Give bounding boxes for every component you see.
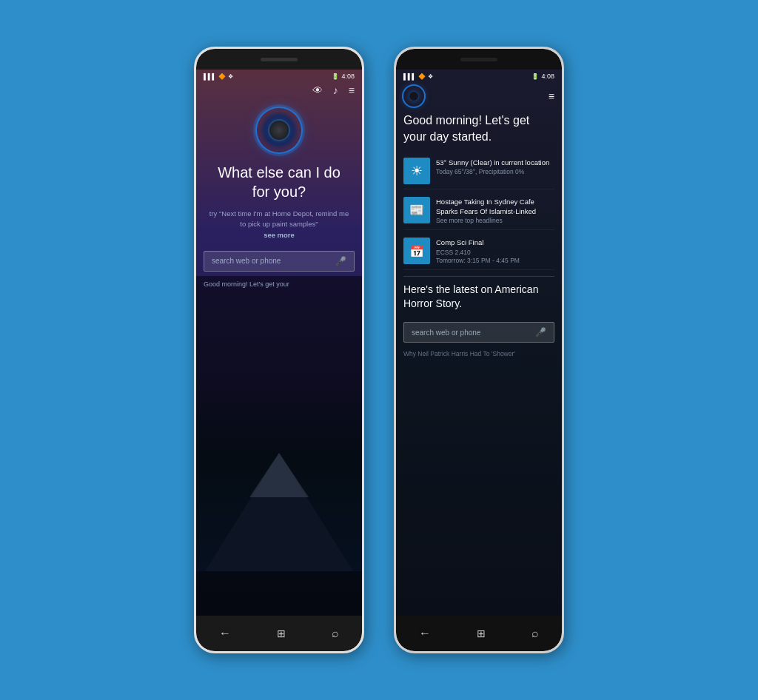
battery-icon-2: 🔋 [531, 73, 539, 80]
weather-title: 53° Sunny (Clear) in current location [436, 158, 554, 167]
cortana-ring-area-1[interactable] [196, 101, 362, 157]
phone-bottom-nav-2: ← ⊞ ⌕ [396, 616, 562, 651]
info-card-weather[interactable]: ☀ 53° Sunny (Clear) in current location … [403, 153, 554, 189]
news-card-icon: 📰 [403, 197, 430, 223]
status-bar-2: ▌▌▌ 🔶 ❖ 🔋 4:08 [396, 70, 562, 83]
phone1-toolbar: 👁 ♪ ≡ [196, 83, 362, 101]
phone-1-screen: ▌▌▌ 🔶 ❖ 🔋 4:08 👁 ♪ ≡ [196, 70, 362, 616]
search-placeholder-1: search web or phone [212, 257, 281, 265]
signal-icon-2: ▌▌▌ [403, 73, 416, 80]
preview-text-1: Good morning! Let's get your [204, 280, 355, 288]
music-icon[interactable]: ♪ [333, 84, 338, 96]
phone-top-hardware-2 [396, 49, 562, 70]
calendar-icon: 📅 [409, 244, 424, 258]
news-title: Hostage Taking In Sydney Cafe Sparks Fea… [436, 197, 554, 217]
mic-icon-1[interactable]: 🎤 [335, 256, 346, 266]
search-bar-1[interactable]: search web or phone 🎤 [196, 246, 362, 276]
time-display-2: 4:08 [541, 73, 554, 80]
weather-card-content: 53° Sunny (Clear) in current location To… [436, 158, 554, 176]
cortana-inner-1 [268, 119, 290, 141]
main-question: What else can I do for you? [208, 163, 350, 201]
menu-icon-2[interactable]: ≡ [549, 90, 554, 102]
status-left-1: ▌▌▌ 🔶 ❖ [204, 73, 233, 80]
latest-text: Here's the latest on American Horror Sto… [396, 283, 562, 317]
sun-icon: ☀ [411, 163, 423, 179]
phone-1: ▌▌▌ 🔶 ❖ 🔋 4:08 👁 ♪ ≡ [194, 47, 364, 653]
phone-speaker-2 [460, 58, 497, 61]
newspaper-icon: 📰 [409, 203, 424, 217]
cortana-ring-2[interactable] [403, 86, 424, 107]
home-nav-1[interactable]: ⊞ [277, 627, 286, 639]
section-divider [403, 276, 554, 277]
calendar-subtitle: ECSS 2.410 Tomorrow: 3:15 PM - 4:45 PM [436, 249, 554, 265]
greeting-text: Good morning! Let's get your day started… [396, 112, 562, 153]
phone-bottom-nav-1: ← ⊞ ⌕ [196, 616, 362, 651]
bluetooth-icon-2: ❖ [428, 73, 433, 80]
search-input-container-2[interactable]: search web or phone 🎤 [403, 322, 554, 343]
info-cards-container: ☀ 53° Sunny (Clear) in current location … [396, 153, 562, 270]
calendar-card-content: Comp Sci Final ECSS 2.410 Tomorrow: 3:15… [436, 238, 554, 264]
calendar-title: Comp Sci Final [436, 238, 554, 247]
signal-icon-1: ▌▌▌ [204, 73, 216, 80]
search-bar-2[interactable]: search web or phone 🎤 [396, 317, 562, 347]
phone-top-hardware-1 [196, 49, 362, 70]
search-nav-2[interactable]: ⌕ [531, 627, 539, 640]
phone-2: ▌▌▌ 🔶 ❖ 🔋 4:08 ≡ Good morning! Let's get… [394, 47, 564, 653]
cortana-inner-2 [409, 91, 419, 101]
phone-2-screen: ▌▌▌ 🔶 ❖ 🔋 4:08 ≡ Good morning! Let's get… [396, 70, 562, 616]
back-nav-2[interactable]: ← [419, 627, 431, 640]
see-more-link[interactable]: see more [264, 231, 295, 239]
time-display-1: 4:08 [341, 73, 355, 80]
status-bar-1: ▌▌▌ 🔶 ❖ 🔋 4:08 [196, 70, 362, 83]
eye-icon[interactable]: 👁 [312, 84, 323, 96]
status-right-2: 🔋 4:08 [531, 73, 554, 80]
search-nav-1[interactable]: ⌕ [332, 627, 339, 640]
menu-icon-1[interactable]: ≡ [349, 84, 355, 96]
status-right-1: 🔋 4:08 [332, 73, 355, 80]
wifi-icon-1: 🔶 [218, 73, 226, 80]
phone1-bottom-preview: Good morning! Let's get your [196, 276, 362, 616]
phone-speaker-1 [261, 58, 298, 61]
back-nav-1[interactable]: ← [219, 627, 231, 640]
calendar-card-icon: 📅 [403, 238, 430, 264]
home-nav-2[interactable]: ⊞ [477, 627, 486, 639]
battery-icon-1: 🔋 [332, 73, 339, 80]
bluetooth-icon-1: ❖ [228, 73, 233, 80]
info-card-news[interactable]: 📰 Hostage Taking In Sydney Cafe Sparks F… [403, 192, 554, 231]
info-card-calendar[interactable]: 📅 Comp Sci Final ECSS 2.410 Tomorrow: 3:… [403, 233, 554, 269]
wifi-icon-2: 🔶 [418, 73, 426, 80]
bottom-article-text: Why Neil Patrick Harris Had To 'Shower' [396, 349, 562, 359]
news-card-content: Hostage Taking In Sydney Cafe Sparks Fea… [436, 197, 554, 226]
search-placeholder-2: search web or phone [412, 329, 480, 337]
weather-subtitle: Today 65°/38°, Precipitation 0% [436, 168, 554, 176]
news-subtitle: See more top headlines [436, 217, 554, 225]
phone2-header: ≡ [396, 83, 562, 112]
search-input-container-1[interactable]: search web or phone 🎤 [204, 251, 355, 272]
phone1-main-content: What else can I do for you? try "Next ti… [196, 157, 362, 246]
mic-icon-2[interactable]: 🎤 [535, 327, 546, 337]
cortana-ring-1[interactable] [257, 108, 301, 152]
weather-card-icon: ☀ [403, 158, 430, 184]
status-left-2: ▌▌▌ 🔶 ❖ [403, 73, 433, 80]
main-suggestion: try "Next time I'm at Home Depot, remind… [208, 209, 350, 240]
